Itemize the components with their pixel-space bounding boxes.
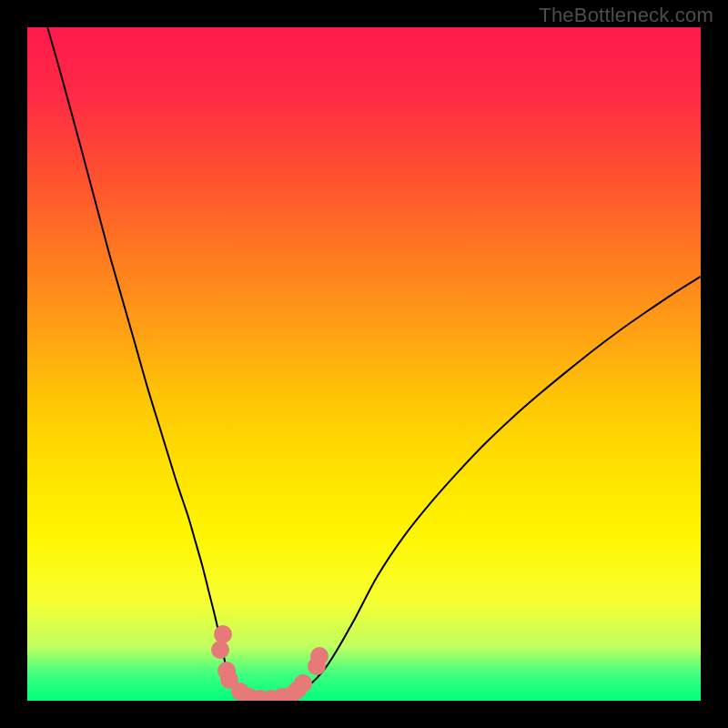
marker-right-upper-pair <box>310 647 329 665</box>
chart-frame: TheBottleneck.com <box>0 0 728 728</box>
marker-layer <box>27 27 701 701</box>
watermark-text: TheBottleneck.com <box>539 4 713 27</box>
marker-left-upper-pair <box>214 625 232 643</box>
plot-area <box>27 27 701 701</box>
marker-right-lower-pair <box>294 674 312 693</box>
